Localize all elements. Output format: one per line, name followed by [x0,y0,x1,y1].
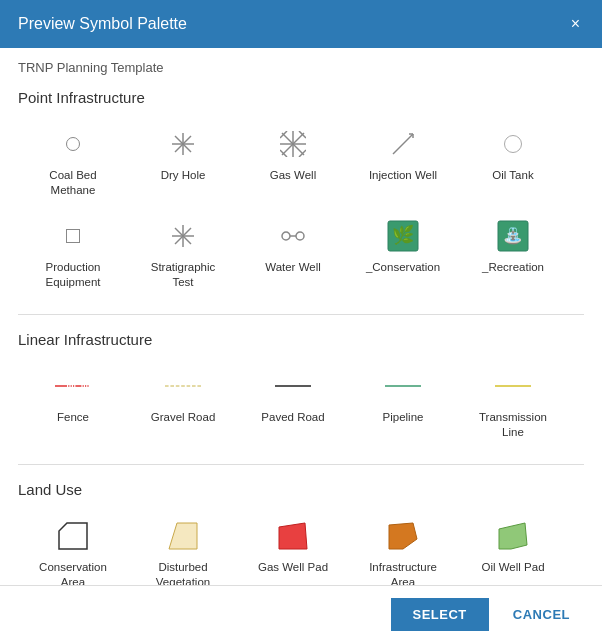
divider-landuse [18,464,584,465]
symbol-stratigraphic-test[interactable]: StratigraphicTest [128,210,238,298]
stratigraphic-test-label: StratigraphicTest [151,260,216,290]
svg-marker-36 [279,523,307,549]
coal-bed-methane-icon [55,126,91,162]
infrastructure-area-label: InfrastructureArea [369,560,437,585]
infrastructure-area-icon [385,518,421,554]
symbol-oil-well-pad[interactable]: Oil Well Pad [458,510,568,585]
close-button[interactable]: × [567,14,584,34]
svg-point-21 [296,232,304,240]
symbol-coal-bed-methane[interactable]: Coal BedMethane [18,118,128,206]
symbol-gas-well[interactable]: Gas Well [238,118,348,206]
section-title-point: Point Infrastructure [18,89,584,106]
section-title-landuse: Land Use [18,481,584,498]
oil-tank-label: Oil Tank [492,168,533,183]
disturbed-vegetation-icon [165,518,201,554]
linear-symbol-grid: Fence Gravel Road Paved Road [18,360,584,448]
oil-well-pad-icon [495,518,531,554]
stratigraphic-test-icon [165,218,201,254]
symbol-transmission-line[interactable]: TransmissionLine [458,360,568,448]
symbol-water-well[interactable]: Water Well [238,210,348,298]
gas-well-label: Gas Well [270,168,316,183]
symbol-gas-well-pad[interactable]: Gas Well Pad [238,510,348,585]
fence-icon [55,368,91,404]
gas-well-pad-label: Gas Well Pad [258,560,328,575]
recreation-icon: ⛲ [495,218,531,254]
dialog-title: Preview Symbol Palette [18,15,187,33]
dialog: Preview Symbol Palette × TRNP Planning T… [0,0,602,643]
symbol-dry-hole[interactable]: Dry Hole [128,118,238,206]
svg-marker-34 [59,523,87,549]
template-name: TRNP Planning Template [18,60,584,75]
dry-hole-icon [165,126,201,162]
symbol-fence[interactable]: Fence [18,360,128,448]
symbol-pipeline[interactable]: Pipeline [348,360,458,448]
symbol-disturbed-vegetation[interactable]: DisturbedVegetation [128,510,238,585]
transmission-line-icon [495,368,531,404]
conservation-icon: 🌿 [385,218,421,254]
symbol-conservation-area[interactable]: ConservationArea [18,510,128,585]
injection-well-label: Injection Well [369,168,437,183]
symbol-injection-well[interactable]: Injection Well [348,118,458,206]
svg-text:⛲: ⛲ [503,226,523,245]
pipeline-label: Pipeline [383,410,424,425]
conservation-area-icon [55,518,91,554]
landuse-symbol-grid: ConservationArea DisturbedVegetation [18,510,584,585]
symbol-conservation[interactable]: 🌿 _Conservation [348,210,458,298]
pipeline-icon [385,368,421,404]
water-well-icon [275,218,311,254]
symbol-recreation[interactable]: ⛲ _Recreation [458,210,568,298]
gravel-road-icon [165,368,201,404]
transmission-line-label: TransmissionLine [479,410,547,440]
water-well-label: Water Well [265,260,321,275]
svg-marker-37 [389,523,417,549]
coal-bed-methane-label: Coal BedMethane [49,168,96,198]
oil-tank-icon [495,126,531,162]
dialog-header: Preview Symbol Palette × [0,0,602,48]
symbol-oil-tank[interactable]: Oil Tank [458,118,568,206]
point-symbol-grid: Coal BedMethane Dry Hole [18,118,584,298]
recreation-label: _Recreation [482,260,544,275]
cancel-button[interactable]: CANCEL [499,598,584,631]
paved-road-label: Paved Road [261,410,324,425]
svg-marker-38 [499,523,527,549]
gas-well-pad-icon [275,518,311,554]
fence-label: Fence [57,410,89,425]
symbol-paved-road[interactable]: Paved Road [238,360,348,448]
production-equipment-icon [55,218,91,254]
conservation-label: _Conservation [366,260,440,275]
disturbed-vegetation-label: DisturbedVegetation [156,560,210,585]
dialog-footer: SELECT CANCEL [0,585,602,643]
symbol-production-equipment[interactable]: ProductionEquipment [18,210,128,298]
production-equipment-label: ProductionEquipment [46,260,101,290]
section-title-linear: Linear Infrastructure [18,331,584,348]
injection-well-icon [385,126,421,162]
svg-marker-35 [169,523,197,549]
dry-hole-label: Dry Hole [161,168,206,183]
oil-well-pad-label: Oil Well Pad [481,560,544,575]
svg-point-19 [282,232,290,240]
paved-road-icon [275,368,311,404]
svg-line-12 [393,134,413,154]
svg-text:🌿: 🌿 [392,224,415,246]
divider-linear [18,314,584,315]
gas-well-icon [275,126,311,162]
conservation-area-label: ConservationArea [39,560,107,585]
gravel-road-label: Gravel Road [151,410,216,425]
symbol-gravel-road[interactable]: Gravel Road [128,360,238,448]
select-button[interactable]: SELECT [391,598,489,631]
symbol-infrastructure-area[interactable]: InfrastructureArea [348,510,458,585]
dialog-body: TRNP Planning Template Point Infrastruct… [0,48,602,585]
